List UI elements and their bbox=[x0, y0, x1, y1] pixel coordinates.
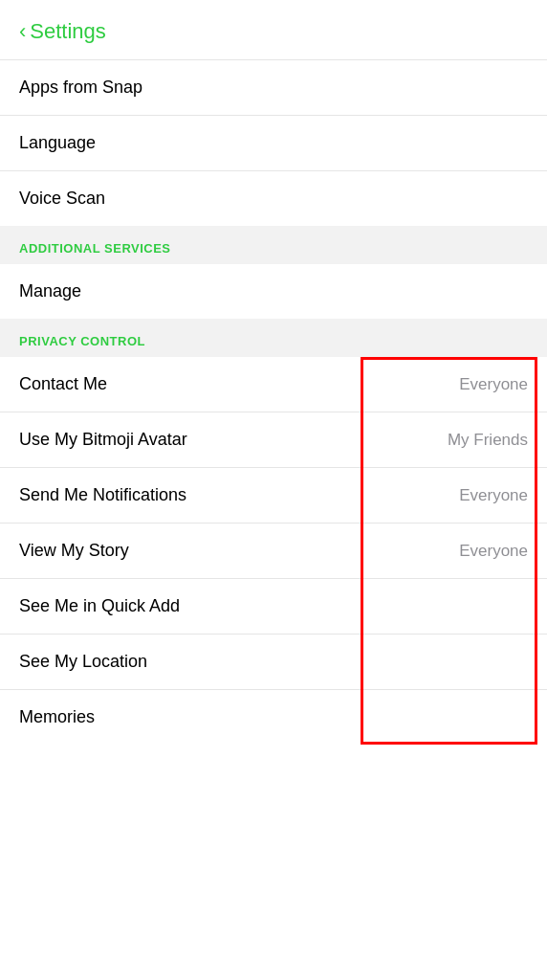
memories-label: Memories bbox=[19, 707, 95, 727]
view-story-value: Everyone bbox=[459, 542, 528, 561]
additional-services-section: Manage bbox=[0, 264, 547, 319]
additional-services-header: ADDITIONAL SERVICES bbox=[0, 226, 547, 264]
send-notifications-value: Everyone bbox=[459, 486, 528, 505]
view-story-label: View My Story bbox=[19, 541, 129, 561]
apps-from-snap-item[interactable]: Apps from Snap bbox=[0, 60, 547, 116]
contact-me-item[interactable]: Contact Me Everyone bbox=[0, 357, 547, 412]
contact-me-value: Everyone bbox=[459, 375, 528, 394]
voice-scan-label: Voice Scan bbox=[19, 189, 105, 209]
back-chevron-icon: ‹ bbox=[19, 19, 26, 44]
privacy-control-section: Contact Me Everyone Use My Bitmoji Avata… bbox=[0, 357, 547, 745]
language-label: Language bbox=[19, 133, 96, 153]
privacy-control-title: PRIVACY CONTROL bbox=[19, 334, 145, 348]
manage-item[interactable]: Manage bbox=[0, 264, 547, 319]
language-item[interactable]: Language bbox=[0, 116, 547, 171]
voice-scan-item[interactable]: Voice Scan bbox=[0, 171, 547, 226]
see-location-label: See My Location bbox=[19, 652, 147, 672]
manage-label: Manage bbox=[19, 281, 81, 301]
send-notifications-item[interactable]: Send Me Notifications Everyone bbox=[0, 468, 547, 523]
back-button[interactable]: ‹ Settings bbox=[19, 19, 528, 44]
additional-services-title: ADDITIONAL SERVICES bbox=[19, 241, 171, 256]
contact-me-label: Contact Me bbox=[19, 374, 107, 394]
memories-item[interactable]: Memories bbox=[0, 690, 547, 745]
use-bitmoji-item[interactable]: Use My Bitmoji Avatar My Friends bbox=[0, 412, 547, 468]
use-bitmoji-value: My Friends bbox=[448, 431, 528, 450]
use-bitmoji-label: Use My Bitmoji Avatar bbox=[19, 430, 187, 450]
view-story-item[interactable]: View My Story Everyone bbox=[0, 523, 547, 579]
settings-header: ‹ Settings bbox=[0, 0, 547, 60]
privacy-control-header: PRIVACY CONTROL bbox=[0, 319, 547, 357]
see-quick-add-item[interactable]: See Me in Quick Add bbox=[0, 579, 547, 635]
see-location-item[interactable]: See My Location bbox=[0, 635, 547, 690]
top-menu-section: Apps from Snap Language Voice Scan bbox=[0, 60, 547, 226]
send-notifications-label: Send Me Notifications bbox=[19, 485, 186, 505]
see-quick-add-label: See Me in Quick Add bbox=[19, 596, 180, 616]
settings-title: Settings bbox=[30, 19, 106, 44]
apps-from-snap-label: Apps from Snap bbox=[19, 78, 142, 98]
